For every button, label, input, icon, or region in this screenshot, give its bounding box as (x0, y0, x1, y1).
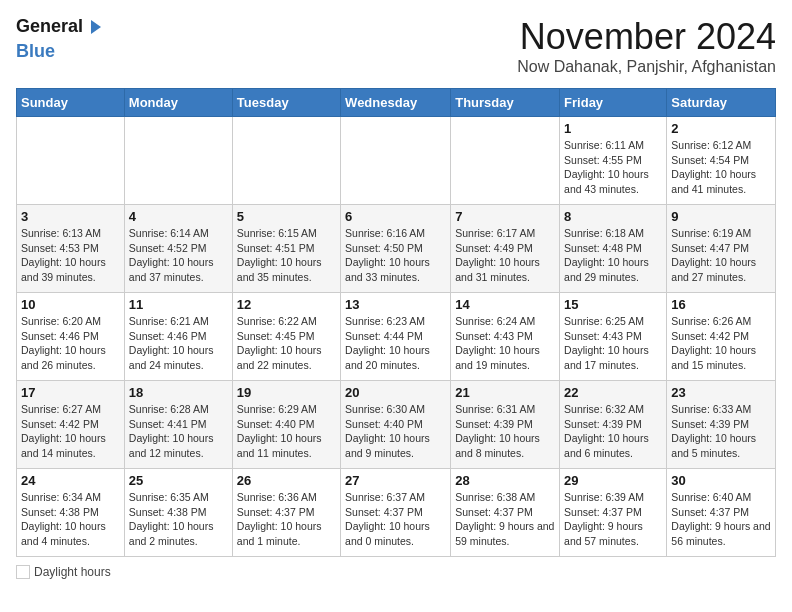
day-number: 10 (21, 297, 120, 312)
calendar-cell: 22Sunrise: 6:32 AM Sunset: 4:39 PM Dayli… (560, 381, 667, 469)
calendar-cell (341, 117, 451, 205)
title-area: November 2024 Now Dahanak, Panjshir, Afg… (517, 16, 776, 76)
day-info: Sunrise: 6:31 AM Sunset: 4:39 PM Dayligh… (455, 402, 555, 461)
day-info: Sunrise: 6:39 AM Sunset: 4:37 PM Dayligh… (564, 490, 662, 549)
legend-box (16, 565, 30, 579)
calendar-cell: 26Sunrise: 6:36 AM Sunset: 4:37 PM Dayli… (232, 469, 340, 557)
day-number: 14 (455, 297, 555, 312)
day-info: Sunrise: 6:27 AM Sunset: 4:42 PM Dayligh… (21, 402, 120, 461)
day-number: 11 (129, 297, 228, 312)
day-number: 23 (671, 385, 771, 400)
day-number: 5 (237, 209, 336, 224)
week-row-3: 10Sunrise: 6:20 AM Sunset: 4:46 PM Dayli… (17, 293, 776, 381)
calendar-cell: 28Sunrise: 6:38 AM Sunset: 4:37 PM Dayli… (451, 469, 560, 557)
day-number: 19 (237, 385, 336, 400)
week-row-4: 17Sunrise: 6:27 AM Sunset: 4:42 PM Dayli… (17, 381, 776, 469)
calendar-table: SundayMondayTuesdayWednesdayThursdayFrid… (16, 88, 776, 557)
day-number: 15 (564, 297, 662, 312)
calendar-cell: 20Sunrise: 6:30 AM Sunset: 4:40 PM Dayli… (341, 381, 451, 469)
day-number: 28 (455, 473, 555, 488)
calendar-cell (17, 117, 125, 205)
day-number: 12 (237, 297, 336, 312)
day-number: 1 (564, 121, 662, 136)
day-info: Sunrise: 6:32 AM Sunset: 4:39 PM Dayligh… (564, 402, 662, 461)
day-number: 16 (671, 297, 771, 312)
header: GeneralBlue November 2024 Now Dahanak, P… (16, 16, 776, 76)
calendar-cell: 5Sunrise: 6:15 AM Sunset: 4:51 PM Daylig… (232, 205, 340, 293)
day-info: Sunrise: 6:33 AM Sunset: 4:39 PM Dayligh… (671, 402, 771, 461)
day-info: Sunrise: 6:23 AM Sunset: 4:44 PM Dayligh… (345, 314, 446, 373)
calendar-cell: 7Sunrise: 6:17 AM Sunset: 4:49 PM Daylig… (451, 205, 560, 293)
day-info: Sunrise: 6:16 AM Sunset: 4:50 PM Dayligh… (345, 226, 446, 285)
calendar-cell: 12Sunrise: 6:22 AM Sunset: 4:45 PM Dayli… (232, 293, 340, 381)
day-info: Sunrise: 6:40 AM Sunset: 4:37 PM Dayligh… (671, 490, 771, 549)
logo: GeneralBlue (16, 16, 103, 62)
day-number: 18 (129, 385, 228, 400)
calendar-cell: 2Sunrise: 6:12 AM Sunset: 4:54 PM Daylig… (667, 117, 776, 205)
day-number: 21 (455, 385, 555, 400)
calendar-cell: 8Sunrise: 6:18 AM Sunset: 4:48 PM Daylig… (560, 205, 667, 293)
day-number: 6 (345, 209, 446, 224)
day-number: 8 (564, 209, 662, 224)
day-number: 25 (129, 473, 228, 488)
day-number: 9 (671, 209, 771, 224)
weekday-header-wednesday: Wednesday (341, 89, 451, 117)
calendar-cell: 11Sunrise: 6:21 AM Sunset: 4:46 PM Dayli… (124, 293, 232, 381)
calendar-cell: 29Sunrise: 6:39 AM Sunset: 4:37 PM Dayli… (560, 469, 667, 557)
day-info: Sunrise: 6:30 AM Sunset: 4:40 PM Dayligh… (345, 402, 446, 461)
weekday-header-thursday: Thursday (451, 89, 560, 117)
week-row-2: 3Sunrise: 6:13 AM Sunset: 4:53 PM Daylig… (17, 205, 776, 293)
day-number: 3 (21, 209, 120, 224)
day-number: 24 (21, 473, 120, 488)
day-info: Sunrise: 6:22 AM Sunset: 4:45 PM Dayligh… (237, 314, 336, 373)
weekday-header-tuesday: Tuesday (232, 89, 340, 117)
legend-label: Daylight hours (34, 565, 111, 579)
day-number: 7 (455, 209, 555, 224)
calendar-cell: 19Sunrise: 6:29 AM Sunset: 4:40 PM Dayli… (232, 381, 340, 469)
day-info: Sunrise: 6:19 AM Sunset: 4:47 PM Dayligh… (671, 226, 771, 285)
calendar-cell: 23Sunrise: 6:33 AM Sunset: 4:39 PM Dayli… (667, 381, 776, 469)
day-info: Sunrise: 6:29 AM Sunset: 4:40 PM Dayligh… (237, 402, 336, 461)
day-info: Sunrise: 6:37 AM Sunset: 4:37 PM Dayligh… (345, 490, 446, 549)
calendar-cell: 4Sunrise: 6:14 AM Sunset: 4:52 PM Daylig… (124, 205, 232, 293)
day-number: 20 (345, 385, 446, 400)
day-info: Sunrise: 6:11 AM Sunset: 4:55 PM Dayligh… (564, 138, 662, 197)
day-info: Sunrise: 6:17 AM Sunset: 4:49 PM Dayligh… (455, 226, 555, 285)
calendar-cell: 6Sunrise: 6:16 AM Sunset: 4:50 PM Daylig… (341, 205, 451, 293)
day-info: Sunrise: 6:21 AM Sunset: 4:46 PM Dayligh… (129, 314, 228, 373)
calendar-cell: 15Sunrise: 6:25 AM Sunset: 4:43 PM Dayli… (560, 293, 667, 381)
day-info: Sunrise: 6:36 AM Sunset: 4:37 PM Dayligh… (237, 490, 336, 549)
calendar-cell (124, 117, 232, 205)
day-info: Sunrise: 6:15 AM Sunset: 4:51 PM Dayligh… (237, 226, 336, 285)
day-number: 22 (564, 385, 662, 400)
logo-triangle-icon (85, 18, 103, 36)
calendar-cell (451, 117, 560, 205)
calendar-cell: 13Sunrise: 6:23 AM Sunset: 4:44 PM Dayli… (341, 293, 451, 381)
day-number: 26 (237, 473, 336, 488)
weekday-header-sunday: Sunday (17, 89, 125, 117)
calendar-cell: 25Sunrise: 6:35 AM Sunset: 4:38 PM Dayli… (124, 469, 232, 557)
location-title: Now Dahanak, Panjshir, Afghanistan (517, 58, 776, 76)
day-number: 17 (21, 385, 120, 400)
calendar-cell (232, 117, 340, 205)
week-row-1: 1Sunrise: 6:11 AM Sunset: 4:55 PM Daylig… (17, 117, 776, 205)
day-info: Sunrise: 6:18 AM Sunset: 4:48 PM Dayligh… (564, 226, 662, 285)
calendar-cell: 9Sunrise: 6:19 AM Sunset: 4:47 PM Daylig… (667, 205, 776, 293)
legend: Daylight hours (16, 565, 776, 582)
weekday-header-row: SundayMondayTuesdayWednesdayThursdayFrid… (17, 89, 776, 117)
day-info: Sunrise: 6:24 AM Sunset: 4:43 PM Dayligh… (455, 314, 555, 373)
calendar-cell: 3Sunrise: 6:13 AM Sunset: 4:53 PM Daylig… (17, 205, 125, 293)
calendar-cell: 24Sunrise: 6:34 AM Sunset: 4:38 PM Dayli… (17, 469, 125, 557)
day-info: Sunrise: 6:12 AM Sunset: 4:54 PM Dayligh… (671, 138, 771, 197)
day-info: Sunrise: 6:35 AM Sunset: 4:38 PM Dayligh… (129, 490, 228, 549)
day-info: Sunrise: 6:34 AM Sunset: 4:38 PM Dayligh… (21, 490, 120, 549)
calendar-cell: 21Sunrise: 6:31 AM Sunset: 4:39 PM Dayli… (451, 381, 560, 469)
legend-item: Daylight hours (16, 565, 111, 579)
weekday-header-friday: Friday (560, 89, 667, 117)
month-title: November 2024 (517, 16, 776, 58)
day-number: 27 (345, 473, 446, 488)
day-info: Sunrise: 6:13 AM Sunset: 4:53 PM Dayligh… (21, 226, 120, 285)
week-row-5: 24Sunrise: 6:34 AM Sunset: 4:38 PM Dayli… (17, 469, 776, 557)
day-info: Sunrise: 6:25 AM Sunset: 4:43 PM Dayligh… (564, 314, 662, 373)
day-number: 4 (129, 209, 228, 224)
